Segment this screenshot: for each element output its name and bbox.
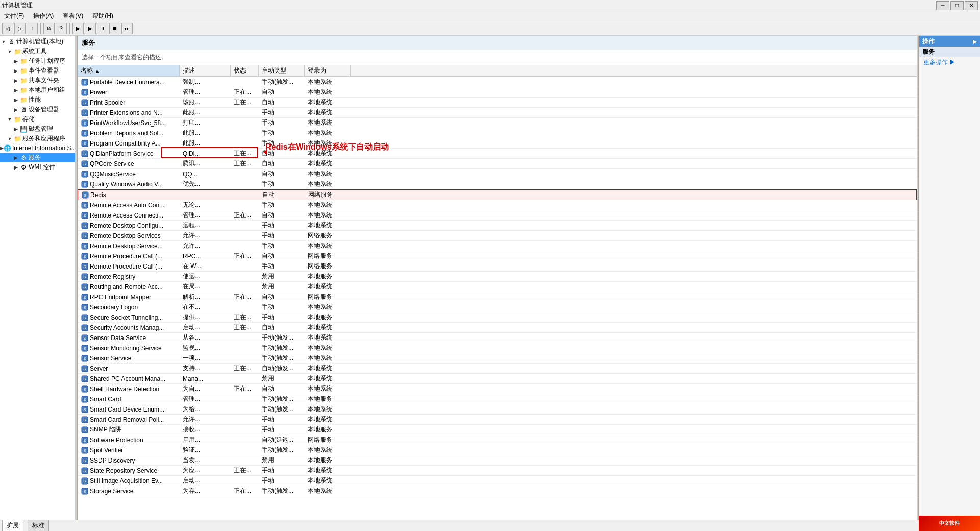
table-row[interactable]: SRemote Procedure Call (...RPC...正在...自动… [78,251,917,261]
table-row[interactable]: SRedis自动网络服务 [78,189,917,200]
table-row[interactable]: SPrint Spooler该服...正在...自动本地系统 [78,98,917,108]
table-row[interactable]: SSmart Card Removal Poli...允许...手动本地系统 [78,415,917,425]
table-row[interactable]: SRemote Desktop Configu...远程...手动本地系统 [78,221,917,231]
table-row[interactable]: SRPC Endpoint Mapper解析...正在...自动网络服务 [78,292,917,302]
tree-item-system-tools[interactable]: ▼📁系统工具 [0,46,75,56]
tree-item-shared-folders[interactable]: ▶📁共享文件夹 [0,76,75,85]
service-icon: S [81,78,89,86]
col-header-status[interactable]: 状态 [231,65,259,76]
maximize-button[interactable]: □ [950,1,964,10]
status-bar: 扩展 标准 [0,520,980,531]
svg-text:S: S [83,489,86,494]
table-row[interactable]: SQuality Windows Audio V...优先...手动本地系统 [78,179,917,189]
tree-item-event-viewer[interactable]: ▶📁事件查看器 [0,66,75,76]
tree-item-services-apps[interactable]: ▼📁服务和应用程序 [0,134,75,143]
tree-item-computer[interactable]: ▼🖥计算机管理(本地) [0,37,75,46]
toolbar-up[interactable]: ↑ [27,23,38,34]
table-row[interactable]: SStorage Service为存...正在...手动(触发...本地系统 [78,486,917,496]
toolbar-help[interactable]: ? [56,23,67,34]
tree-item-device-mgr[interactable]: ▶🖥设备管理器 [0,105,75,114]
table-row[interactable]: SRemote Procedure Call (...在 W...手动网络服务 [78,261,917,272]
table-row[interactable]: SPortable Device Enumera...强制...手动(触发...… [78,77,917,87]
table-row[interactable]: SSpot Verifier验证...手动(触发...本地系统 [78,445,917,455]
right-action-more[interactable]: 更多操作 ▶ [919,57,980,68]
table-row[interactable]: SSmart Card管理...手动(触发...本地服务 [78,394,917,404]
services-table: 名称▲ 描述 状态 启动类型 登录为 SPortable Device Enum… [78,65,917,520]
table-row[interactable]: SStill Image Acquisition Ev...启动...手动本地系… [78,476,917,486]
table-row[interactable]: SRouting and Remote Acc...在局...禁用本地系统 [78,282,917,292]
table-row[interactable]: SSSDP Discovery当发...禁用本地服务 [78,455,917,466]
table-row[interactable]: SPrintWorkflowUserSvc_58...打印...手动本地系统 [78,118,917,128]
table-row[interactable]: SSecure Socket Tunneling...提供...正在...手动本… [78,312,917,323]
table-row[interactable]: SQPCore Service腾讯...正在...自动本地系统 [78,159,917,169]
table-row[interactable]: SSensor Service一项...手动(触发...本地系统 [78,353,917,364]
table-row[interactable]: SQiDianPlatform ServiceQiDi...正在...自动本地系… [78,149,917,159]
col-header-startup[interactable]: 启动类型 [259,65,305,76]
close-button[interactable]: ✕ [965,1,978,10]
title-bar-text: 计算机管理 [2,1,33,10]
svg-text:S: S [83,80,86,85]
service-icon: S [81,242,89,250]
toolbar-show[interactable]: 🖥 [43,23,55,34]
table-row[interactable]: SServer支持...正在...自动(触发...本地系统 [78,364,917,374]
tree-item-disk-mgmt[interactable]: ▶💾磁盘管理 [0,124,75,134]
service-icon: S [81,477,89,485]
service-icon: S [81,436,89,444]
table-row[interactable]: SState Repository Service为应...正在...手动本地系… [78,466,917,476]
table-row[interactable]: SProgram Compatibility A...此服...手动本地系统 [78,138,917,149]
tree-item-storage[interactable]: ▼📁存储 [0,114,75,124]
table-row[interactable]: SRemote Access Auto Con...无论...手动本地系统 [78,200,917,210]
toolbar-forward2[interactable]: ⏭ [121,23,133,34]
toolbar-forward[interactable]: ▷ [14,23,26,34]
tree-item-services[interactable]: ▶⚙服务 [0,153,75,162]
table-row[interactable]: SQQMusicServiceQQ...自动本地系统 [78,169,917,179]
table-row[interactable]: SShell Hardware Detection为自...正在...自动本地系… [78,384,917,394]
col-header-login[interactable]: 登录为 [305,65,351,76]
tree-item-wmi[interactable]: ▶⚙WMI 控件 [0,162,75,172]
table-row[interactable]: SRemote Desktop Service...允许...手动本地系统 [78,241,917,251]
toolbar-play[interactable]: ▶ [72,23,84,34]
right-panel-header: 操作 ▶ [919,36,980,47]
tab-standard[interactable]: 标准 [28,520,49,531]
table-row[interactable]: SShared PC Account Mana...Mana...禁用本地系统 [78,374,917,384]
menu-file[interactable]: 文件(F) [2,11,26,21]
minimize-button[interactable]: ─ [936,1,949,10]
toolbar-pause[interactable]: ⏸ [97,23,108,34]
menu-action[interactable]: 操作(A) [31,11,56,21]
menu-help[interactable]: 帮助(H) [90,11,115,21]
table-header: 名称▲ 描述 状态 启动类型 登录为 [78,65,917,77]
col-header-name[interactable]: 名称▲ [78,65,180,76]
table-row[interactable]: SSensor Data Service从各...手动(触发...本地系统 [78,333,917,343]
tree-item-performance[interactable]: ▶📁性能 [0,95,75,105]
title-bar: 计算机管理 ─ □ ✕ [0,0,980,11]
table-row[interactable]: SRemote Desktop Services允许...手动网络服务 [78,231,917,241]
table-row[interactable]: SPower管理...正在...自动本地系统 [78,87,917,98]
col-header-desc[interactable]: 描述 [180,65,231,76]
table-row[interactable]: SProblem Reports and Sol...此服...手动本地系统 [78,128,917,138]
svg-text:S: S [83,254,86,259]
tree-item-iis[interactable]: ▶🌐Internet Information S... [0,143,75,153]
table-row[interactable]: SSecurity Accounts Manag...启动...正在...自动本… [78,323,917,333]
svg-text:S: S [83,264,86,269]
svg-text:S: S [83,162,86,166]
toolbar-play2[interactable]: ▶ [85,23,96,34]
table-row[interactable]: SRemote Access Connecti...管理...正在...自动本地… [78,210,917,221]
table-row[interactable]: SSecondary Logon在不...手动本地系统 [78,302,917,312]
table-row[interactable]: SRemote Registry使远...禁用本地服务 [78,272,917,282]
service-icon: S [81,375,89,383]
tree-item-task-scheduler[interactable]: ▶📁任务计划程序 [0,56,75,66]
toolbar-back[interactable]: ◁ [2,23,13,34]
menu-view[interactable]: 查看(V) [61,11,85,21]
table-row[interactable]: SSensor Monitoring Service监视...手动(触发...本… [78,343,917,353]
table-row[interactable]: SSNMP 陷阱接收...手动本地服务 [78,425,917,435]
tree-item-local-users[interactable]: ▶📁本地用户和组 [0,85,75,95]
toolbar-stop[interactable]: ⏹ [109,23,120,34]
svg-text:S: S [83,458,86,463]
svg-text:S: S [83,377,86,381]
table-row[interactable]: SSoftware Protection启用...自动(延迟...网络服务 [78,435,917,445]
table-row[interactable]: SPrinter Extensions and N...此服...手动本地系统 [78,108,917,118]
tab-extended[interactable]: 扩展 [2,520,23,531]
table-row[interactable]: SSmart Card Device Enum...为给...手动(触发...本… [78,404,917,415]
service-icon: S [81,487,89,495]
svg-text:S: S [83,336,86,341]
